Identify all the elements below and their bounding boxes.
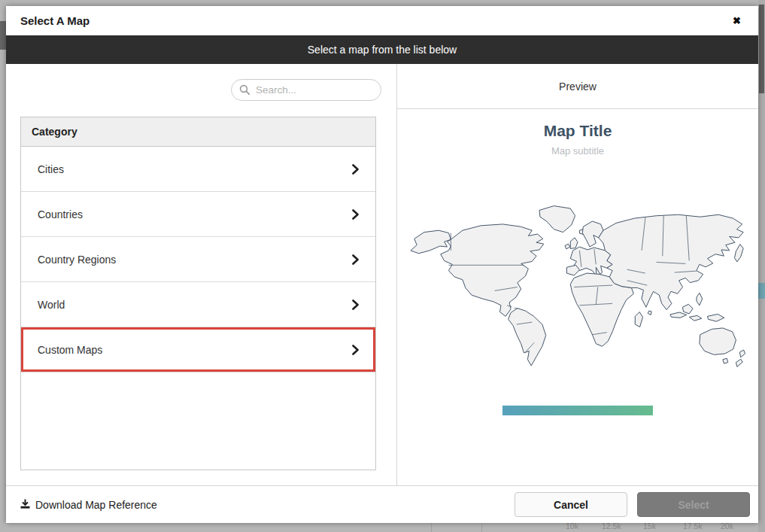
background-page-fragment bbox=[0, 21, 6, 50]
category-row-label: Custom Maps bbox=[38, 344, 102, 356]
preview-body: Map Title Map subtitle bbox=[397, 109, 758, 485]
select-a-map-dialog: Select A Map ✖ Select a map from the lis… bbox=[6, 6, 758, 523]
background-divider bbox=[481, 523, 482, 532]
category-row-label: Countries bbox=[38, 208, 83, 220]
category-list: Category Cities Countries Country Region… bbox=[20, 117, 376, 470]
category-row-cities[interactable]: Cities bbox=[21, 147, 375, 192]
cancel-button[interactable]: Cancel bbox=[515, 492, 627, 517]
category-row-label: World bbox=[38, 299, 65, 311]
footer-buttons: Cancel Select bbox=[515, 492, 750, 517]
category-row-label: Country Regions bbox=[38, 254, 116, 266]
chevron-right-icon bbox=[352, 164, 359, 175]
dialog-footer: Download Map Reference Cancel Select bbox=[6, 485, 758, 523]
background-page-fragment bbox=[758, 283, 765, 299]
dialog-header: Select A Map ✖ bbox=[6, 6, 758, 35]
chevron-right-icon bbox=[352, 345, 359, 355]
download-label: Download Map Reference bbox=[35, 499, 157, 511]
dialog-content: Category Cities Countries Country Region… bbox=[6, 64, 758, 485]
category-row-country-regions[interactable]: Country Regions bbox=[21, 237, 375, 282]
chevron-right-icon bbox=[352, 299, 359, 310]
select-button[interactable]: Select bbox=[637, 492, 750, 517]
close-icon[interactable]: ✖ bbox=[730, 13, 744, 29]
category-row-world[interactable]: World bbox=[21, 282, 375, 327]
preview-panel: Preview Map Title Map subtitle bbox=[396, 64, 758, 485]
category-row-countries[interactable]: Countries bbox=[21, 192, 375, 237]
category-panel: Category Cities Countries Country Region… bbox=[6, 64, 396, 485]
download-map-reference-link[interactable]: Download Map Reference bbox=[20, 499, 157, 511]
search-input[interactable] bbox=[231, 79, 381, 101]
preview-map-subtitle: Map subtitle bbox=[397, 145, 758, 157]
dialog-title: Select A Map bbox=[20, 14, 90, 27]
chevron-right-icon bbox=[352, 209, 359, 220]
download-icon bbox=[20, 499, 30, 511]
chevron-right-icon bbox=[352, 254, 359, 265]
color-scale-legend bbox=[502, 406, 653, 415]
page-scrollbar-thumb[interactable] bbox=[759, 5, 764, 93]
world-map-preview bbox=[408, 196, 748, 378]
preview-map-title: Map Title bbox=[397, 122, 758, 140]
search-icon bbox=[239, 84, 250, 99]
category-row-custom-maps[interactable]: Custom Maps bbox=[21, 327, 375, 372]
preview-header: Preview bbox=[397, 64, 758, 109]
background-axis-ticks: 10k 12.5k 15k 17.5k 20k bbox=[0, 523, 765, 532]
search-box bbox=[231, 79, 381, 101]
category-list-header: Category bbox=[21, 117, 375, 147]
dialog-banner: Select a map from the list below bbox=[6, 35, 758, 64]
background-divider bbox=[431, 523, 432, 532]
category-row-label: Cities bbox=[38, 163, 64, 175]
